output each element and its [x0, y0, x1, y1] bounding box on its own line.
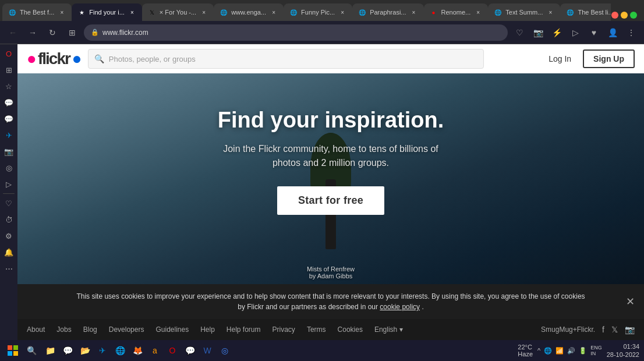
- start-free-button[interactable]: Start for free: [277, 186, 384, 215]
- login-button[interactable]: Log In: [542, 51, 578, 67]
- taskbar-amazon-icon[interactable]: a: [147, 342, 163, 359]
- tray-volume[interactable]: 🔊: [567, 347, 575, 355]
- taskbar-files-icon[interactable]: 📁: [42, 342, 58, 359]
- menu-icon[interactable]: ⋮: [623, 24, 639, 41]
- sidebar-settings-icon[interactable]: ⚙: [2, 229, 16, 243]
- footer-about[interactable]: About: [27, 325, 45, 334]
- taskbar-chrome-icon[interactable]: ◎: [217, 342, 233, 359]
- footer-cookies[interactable]: Cookies: [338, 325, 363, 334]
- footer-help[interactable]: Help: [200, 325, 215, 334]
- tab-label-6: Paraphrasi...: [370, 9, 406, 16]
- flickr-logo[interactable]: ● flickr ●: [27, 49, 81, 68]
- sidebar-bookmarks-icon[interactable]: ☆: [2, 79, 16, 93]
- tab-8[interactable]: 🌐 Text Summ... ×: [488, 3, 560, 21]
- back-button[interactable]: ←: [5, 24, 21, 41]
- bookmark-icon[interactable]: ♡: [511, 24, 528, 41]
- tray-battery[interactable]: 🔋: [579, 347, 587, 355]
- tray-network[interactable]: 🌐: [544, 347, 552, 355]
- svg-rect-2: [8, 351, 12, 356]
- tab-3[interactable]: 𝕏 × For You -... ×: [142, 3, 214, 21]
- footer-jobs[interactable]: Jobs: [56, 325, 71, 334]
- play-icon[interactable]: ▷: [567, 24, 583, 41]
- tab-close-4[interactable]: ×: [270, 8, 278, 16]
- tab-7[interactable]: ● Renome... ×: [424, 3, 489, 21]
- taskbar-browser-icon[interactable]: 🌐: [112, 342, 128, 359]
- home-button[interactable]: ⊞: [64, 24, 80, 41]
- reload-button[interactable]: ↻: [44, 24, 61, 41]
- taskbar-telegram-icon[interactable]: ✈: [94, 342, 111, 359]
- sidebar-heart-icon[interactable]: ♡: [2, 196, 16, 210]
- tray-wifi[interactable]: 📶: [555, 347, 564, 355]
- sidebar-whatsapp-icon[interactable]: 💬: [2, 112, 16, 126]
- window-minimize-button[interactable]: [621, 12, 628, 19]
- url-bar[interactable]: 🔒 www.flickr.com: [84, 24, 508, 41]
- footer-guidelines[interactable]: Guidelines: [155, 325, 189, 334]
- taskbar-messenger-icon[interactable]: 💬: [59, 342, 76, 359]
- forward-button[interactable]: →: [24, 24, 41, 41]
- extensions-icon[interactable]: ⚡: [549, 24, 565, 41]
- flickr-search-bar[interactable]: 🔍 Photos, people, or groups: [88, 49, 484, 69]
- footer-terms[interactable]: Terms: [307, 325, 326, 334]
- hero-subtitle-line2: photos and 2 million groups.: [273, 158, 389, 168]
- sidebar-telegram-icon[interactable]: ✈: [2, 128, 16, 142]
- taskbar-whatsapp-icon[interactable]: 💬: [182, 342, 198, 359]
- flickr-header: ● flickr ● 🔍 Photos, people, or groups L…: [17, 44, 644, 73]
- sidebar-notify-icon[interactable]: 🔔: [2, 245, 16, 259]
- tab-4[interactable]: 🌐 www.enga... ×: [214, 3, 284, 21]
- tab-close-6[interactable]: ×: [410, 8, 418, 16]
- footer-developers[interactable]: Developers: [109, 325, 144, 334]
- window-maximize-button[interactable]: [630, 12, 637, 19]
- sidebar-music-icon[interactable]: ▷: [2, 177, 16, 191]
- tab-close-8[interactable]: ×: [546, 8, 554, 16]
- camera-icon[interactable]: 📷: [530, 24, 546, 41]
- sidebar-instagram-icon[interactable]: 📷: [2, 144, 16, 158]
- taskbar-clock[interactable]: 01:34 28-10-2022: [607, 342, 639, 359]
- footer-privacy[interactable]: Privacy: [273, 325, 295, 334]
- tab-6[interactable]: 🌐 Paraphrasi... ×: [352, 3, 423, 21]
- taskbar-filemanager-icon[interactable]: 📂: [77, 342, 93, 359]
- tab-close-1[interactable]: ×: [58, 8, 66, 16]
- tray-chevron[interactable]: ^: [537, 347, 540, 354]
- cookie-banner: This site uses cookies to improve your e…: [17, 284, 644, 319]
- cookie-message: This site uses cookies to improve your e…: [76, 292, 585, 300]
- cookie-close-button[interactable]: ✕: [626, 295, 635, 308]
- tab-close-7[interactable]: ×: [474, 8, 482, 16]
- browser-sidebar: O ⊞ ☆ 💬 💬 ✈ 📷 ◎ ▷ ♡ ⏱ ⚙ 🔔 ⋯: [0, 44, 17, 340]
- svg-rect-3: [13, 351, 18, 356]
- sidebar-opera-icon[interactable]: O: [2, 47, 16, 61]
- tab-5[interactable]: 🌐 Funny Pic... ×: [284, 3, 352, 21]
- tab-1[interactable]: 🌐 The Best f... ×: [2, 3, 72, 21]
- footer-language[interactable]: English ▾: [374, 325, 403, 334]
- taskbar-firefox-icon[interactable]: 🦊: [129, 342, 146, 359]
- tab-close-3[interactable]: ×: [200, 8, 208, 16]
- sidebar-history-icon[interactable]: ⏱: [2, 213, 16, 226]
- facebook-icon[interactable]: f: [602, 325, 604, 334]
- tab-9[interactable]: 🌐 The Best li... ×: [560, 3, 611, 21]
- tab-close-2[interactable]: ×: [128, 8, 136, 16]
- twitter-icon[interactable]: 𝕏: [611, 325, 618, 334]
- sidebar-divider: [3, 193, 15, 194]
- taskbar-opera-icon[interactable]: O: [164, 342, 181, 359]
- profile-icon[interactable]: 👤: [604, 24, 621, 41]
- tab-close-5[interactable]: ×: [338, 8, 346, 16]
- sidebar-more-icon[interactable]: ⋯: [2, 261, 16, 275]
- cookie-prefix: by Flickr and our partners as described …: [238, 303, 380, 311]
- taskbar-word-icon[interactable]: W: [199, 342, 215, 359]
- flickr-dot2: ●: [72, 49, 81, 68]
- signup-button[interactable]: Sign Up: [583, 49, 635, 68]
- window-close-button[interactable]: [611, 12, 618, 19]
- start-button[interactable]: [5, 342, 21, 359]
- sidebar-messenger-icon[interactable]: 💬: [2, 95, 16, 109]
- footer-lang-text: English: [374, 325, 397, 334]
- taskbar-search-icon[interactable]: 🔍: [23, 342, 40, 359]
- hero-section: Find your inspiration. Join the Flickr c…: [17, 73, 644, 284]
- sidebar-discover-icon[interactable]: ◎: [2, 161, 16, 175]
- cookie-policy-link[interactable]: cookie policy: [380, 303, 420, 311]
- instagram-icon[interactable]: 📷: [625, 325, 635, 334]
- footer-helpforum[interactable]: Help forum: [227, 325, 261, 334]
- heart-icon[interactable]: ♥: [586, 24, 602, 41]
- footer-blog[interactable]: Blog: [83, 325, 97, 334]
- sidebar-speedial-icon[interactable]: ⊞: [2, 63, 16, 77]
- browser-body: O ⊞ ☆ 💬 💬 ✈ 📷 ◎ ▷ ♡ ⏱ ⚙ 🔔 ⋯ ● flic: [0, 44, 644, 340]
- tab-2[interactable]: ★ Find your i... ×: [72, 3, 142, 21]
